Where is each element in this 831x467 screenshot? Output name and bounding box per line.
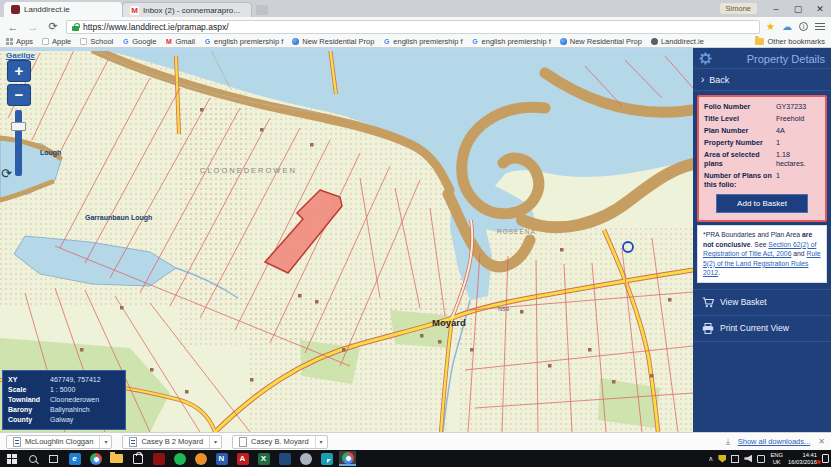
bookmark-residential-2[interactable]: New Residential Prop bbox=[560, 37, 642, 46]
bookmark-apps[interactable]: Apps bbox=[6, 37, 33, 46]
refresh-icon[interactable]: ⟳ bbox=[1, 166, 12, 181]
field-value: 1 bbox=[776, 138, 820, 147]
skype-app[interactable] bbox=[297, 451, 314, 466]
bookmark-premiership-3[interactable]: Genglish premiership f bbox=[472, 37, 551, 46]
download-caret-icon[interactable]: ▾ bbox=[99, 436, 111, 448]
menu-icon[interactable] bbox=[815, 23, 825, 31]
panel-title: Property Details bbox=[712, 53, 825, 65]
field-row: Title LevelFreehold bbox=[704, 114, 820, 123]
info-icon[interactable]: i bbox=[799, 22, 808, 31]
forward-icon[interactable]: → bbox=[26, 21, 40, 33]
start-button[interactable] bbox=[3, 451, 20, 466]
back-link[interactable]: › Back bbox=[693, 68, 831, 91]
zoom-slider[interactable] bbox=[15, 110, 22, 176]
clock[interactable]: 14:4116/03/2016 bbox=[788, 452, 817, 465]
zoom-slider-handle[interactable] bbox=[11, 122, 26, 131]
field-value: Freehold bbox=[776, 114, 820, 123]
remote-app[interactable] bbox=[318, 451, 335, 466]
chrome-active-app[interactable] bbox=[339, 451, 356, 466]
windows-logo-icon bbox=[7, 454, 17, 464]
lang-line2: UK bbox=[773, 459, 781, 465]
pen-icon[interactable] bbox=[757, 455, 765, 463]
store-app[interactable] bbox=[129, 451, 146, 466]
page-icon bbox=[42, 38, 49, 45]
amber-app[interactable] bbox=[192, 451, 209, 466]
bookmark-residential-1[interactable]: New Residential Prop bbox=[292, 37, 374, 46]
spotify-app[interactable] bbox=[171, 451, 188, 466]
show-all-downloads-link[interactable]: Show all downloads... bbox=[738, 437, 811, 446]
film-app[interactable] bbox=[150, 451, 167, 466]
word-doc-icon bbox=[129, 437, 137, 447]
print-current-view-button[interactable]: Print Current View bbox=[693, 316, 831, 342]
bookmark-label: english premiership f bbox=[393, 37, 462, 46]
time: 14:41 bbox=[802, 452, 817, 458]
search-button[interactable] bbox=[24, 451, 41, 466]
shelf-close-icon[interactable]: ✕ bbox=[818, 437, 825, 446]
display-icon[interactable] bbox=[731, 455, 739, 463]
bookmark-google[interactable]: GGoogle bbox=[122, 37, 156, 46]
close-button[interactable]: ✕ bbox=[809, 0, 831, 17]
moyard-label: Moyard bbox=[432, 317, 466, 328]
bookmark-gmail[interactable]: MGmail bbox=[165, 37, 195, 46]
add-to-basket-button[interactable]: Add to Basket bbox=[716, 194, 808, 213]
zoom-out-button[interactable]: − bbox=[7, 84, 31, 106]
tray-chevron-icon[interactable]: ∧ bbox=[708, 455, 713, 463]
back-icon[interactable]: ← bbox=[6, 21, 20, 33]
url-input[interactable]: https://www.landdirect.ie/pramap.aspx/ bbox=[66, 20, 760, 34]
zoom-in-button[interactable]: + bbox=[7, 60, 31, 82]
map-info-box: XY467749, 757412 Scale1 : 5000 TownlandC… bbox=[2, 370, 126, 430]
remote-app-icon bbox=[321, 453, 333, 465]
cloud-extension-icon[interactable]: ☁ bbox=[782, 21, 792, 32]
onenote-app[interactable]: N bbox=[213, 451, 230, 466]
reload-icon[interactable]: ⟳ bbox=[46, 20, 60, 33]
info-label: Scale bbox=[8, 385, 50, 395]
download-label: Casey B 2 Moyard bbox=[141, 437, 203, 446]
download-item[interactable]: Casey B 2 Moyard ▾ bbox=[122, 435, 222, 449]
info-value: 1 : 5000 bbox=[50, 385, 75, 395]
gmail-icon: M bbox=[165, 38, 172, 45]
globe-icon bbox=[560, 38, 567, 45]
browser-tab-strip: Landdirect.ie M Inbox (2) - connemarapro… bbox=[0, 0, 831, 17]
google-icon: G bbox=[122, 38, 129, 45]
bookmark-star-icon[interactable]: ★ bbox=[766, 21, 775, 32]
field-value: 1.18 hectares. bbox=[776, 150, 820, 168]
map-canvas[interactable]: CLOONEDEROWEN Garraunbaun Lough Lough RO… bbox=[0, 48, 693, 432]
bookmark-landdirect[interactable]: Landdirect.ie bbox=[651, 37, 704, 46]
action-center-icon[interactable] bbox=[822, 454, 829, 463]
bookmark-school[interactable]: School bbox=[80, 37, 113, 46]
gear-icon[interactable] bbox=[699, 52, 712, 65]
chrome-app[interactable] bbox=[87, 451, 104, 466]
language-indicator[interactable]: ENGUK bbox=[770, 452, 783, 465]
tab-gmail[interactable]: M Inbox (2) - connemarapro... bbox=[122, 2, 252, 17]
task-view-button[interactable] bbox=[45, 451, 62, 466]
acrobat-app[interactable]: A bbox=[234, 451, 251, 466]
google-icon: G bbox=[204, 38, 211, 45]
cart-icon bbox=[702, 297, 714, 308]
other-bookmarks[interactable]: Other bookmarks bbox=[755, 37, 825, 46]
bookmark-label: New Residential Prop bbox=[302, 37, 374, 46]
spotify-icon bbox=[174, 453, 186, 465]
download-item[interactable]: McLoughlin Cloggan ▾ bbox=[6, 435, 112, 449]
download-item[interactable]: Casey B. Moyard ▾ bbox=[232, 435, 328, 449]
gaeilge-language-link[interactable]: Gaeilge bbox=[6, 51, 35, 60]
view-basket-button[interactable]: View Basket bbox=[693, 289, 831, 316]
shield-icon[interactable] bbox=[718, 455, 726, 463]
bookmark-premiership-1[interactable]: Genglish premiership f bbox=[204, 37, 283, 46]
download-caret-icon[interactable]: ▾ bbox=[315, 436, 327, 448]
bookmark-premiership-2[interactable]: Genglish premiership f bbox=[383, 37, 462, 46]
profile-name[interactable]: Simone bbox=[720, 3, 757, 14]
photos-app[interactable] bbox=[276, 451, 293, 466]
excel-app[interactable]: X bbox=[255, 451, 272, 466]
bookmark-apple[interactable]: Apple bbox=[42, 37, 71, 46]
volume-icon[interactable] bbox=[744, 455, 752, 463]
field-row: Plan Number4A bbox=[704, 126, 820, 135]
edge-app[interactable]: e bbox=[66, 451, 83, 466]
info-row: BaronyBallynahinch bbox=[8, 405, 120, 415]
minimize-button[interactable]: – bbox=[765, 0, 787, 17]
maximize-button[interactable]: ▢ bbox=[787, 0, 809, 17]
new-tab-button[interactable] bbox=[256, 5, 268, 15]
printer-icon bbox=[702, 323, 714, 334]
file-explorer-app[interactable] bbox=[108, 451, 125, 466]
download-caret-icon[interactable]: ▾ bbox=[209, 436, 221, 448]
tab-landdirect[interactable]: Landdirect.ie bbox=[4, 2, 122, 17]
